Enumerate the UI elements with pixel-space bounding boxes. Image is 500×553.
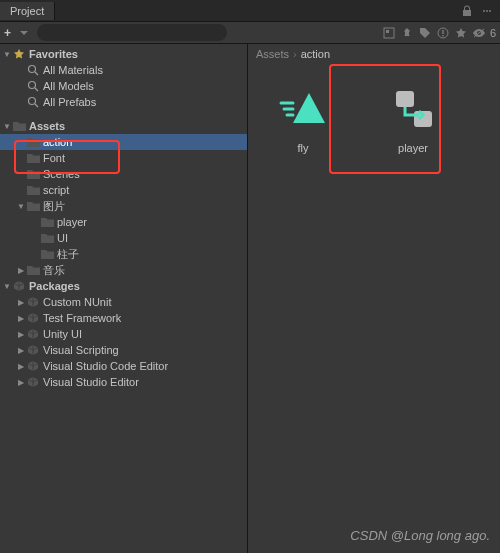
caret-icon[interactable]: ▶: [16, 266, 26, 275]
tree-row-label: Unity UI: [43, 328, 82, 340]
create-button[interactable]: +: [4, 26, 11, 40]
package-icon: [26, 375, 40, 389]
asset-item-label: player: [398, 142, 428, 154]
tree-row-label: All Prefabs: [43, 96, 96, 108]
tree-row[interactable]: player: [0, 214, 247, 230]
tree-row[interactable]: 柱子: [0, 246, 247, 262]
tree-row[interactable]: ▶Custom NUnit: [0, 294, 247, 310]
tree-row[interactable]: ▼Favorites: [0, 46, 247, 62]
tree-row-label: Custom NUnit: [43, 296, 111, 308]
breadcrumb[interactable]: Assets › action: [248, 44, 500, 64]
folder-icon: [26, 167, 40, 181]
asset-item-label: fly: [298, 142, 309, 154]
tree-row[interactable]: ▶Test Framework: [0, 310, 247, 326]
tag-icon[interactable]: [418, 26, 432, 40]
tab-bar: Project: [0, 0, 500, 22]
folder-icon: [26, 183, 40, 197]
asset-content: Assets › action flyplayer: [248, 44, 500, 553]
tree-row-label: Favorites: [29, 48, 78, 60]
tree-row[interactable]: UI: [0, 230, 247, 246]
caret-icon[interactable]: ▶: [16, 362, 26, 371]
package-icon: [26, 311, 40, 325]
svg-line-12: [35, 88, 38, 91]
svg-rect-6: [442, 30, 443, 34]
tree-row[interactable]: ▶Unity UI: [0, 326, 247, 342]
project-tree[interactable]: ▼FavoritesAll MaterialsAll ModelsAll Pre…: [0, 44, 248, 553]
menu-icon[interactable]: [480, 4, 494, 18]
svg-rect-18: [396, 91, 414, 107]
tree-row-label: action: [43, 136, 72, 148]
tree-row[interactable]: ▶Visual Studio Code Editor: [0, 358, 247, 374]
tree-row-label: Assets: [29, 120, 65, 132]
tree-row-label: All Materials: [43, 64, 103, 76]
visibility-icon[interactable]: [472, 26, 486, 40]
tree-row[interactable]: Scenes: [0, 166, 247, 182]
animation-icon: [273, 84, 333, 134]
svg-point-11: [29, 82, 36, 89]
caret-icon[interactable]: ▼: [2, 50, 12, 59]
search-icon: [26, 79, 40, 93]
tree-row-label: Visual Studio Code Editor: [43, 360, 168, 372]
asset-item-fly[interactable]: fly: [258, 84, 348, 154]
folder-icon: [26, 263, 40, 277]
svg-point-0: [483, 10, 485, 12]
star-icon: [12, 47, 26, 61]
svg-rect-7: [442, 35, 443, 36]
svg-point-9: [29, 66, 36, 73]
caret-icon[interactable]: ▶: [16, 298, 26, 307]
tree-row-label: All Models: [43, 80, 94, 92]
pin-icon[interactable]: [400, 26, 414, 40]
package-icon: [26, 359, 40, 373]
lock-icon[interactable]: [460, 4, 474, 18]
package-icon: [12, 279, 26, 293]
search-input[interactable]: [37, 24, 227, 41]
caret-icon[interactable]: ▼: [16, 202, 26, 211]
star-icon[interactable]: [454, 26, 468, 40]
tree-row[interactable]: action: [0, 134, 247, 150]
caret-icon[interactable]: ▶: [16, 346, 26, 355]
tree-row[interactable]: script: [0, 182, 247, 198]
project-tab[interactable]: Project: [0, 2, 55, 20]
asset-grid[interactable]: flyplayer: [248, 64, 500, 553]
tree-row[interactable]: All Models: [0, 78, 247, 94]
tree-row[interactable]: ▼图片: [0, 198, 247, 214]
breadcrumb-current[interactable]: action: [301, 48, 330, 60]
folder-icon: [26, 135, 40, 149]
dropdown-icon[interactable]: [17, 26, 31, 40]
tree-row[interactable]: All Prefabs: [0, 94, 247, 110]
tree-row[interactable]: ▶Visual Scripting: [0, 342, 247, 358]
chevron-right-icon: ›: [293, 48, 297, 60]
tree-row-label: 音乐: [43, 263, 65, 278]
tree-row-label: script: [43, 184, 69, 196]
caret-icon[interactable]: ▼: [2, 282, 12, 291]
folder-icon: [12, 119, 26, 133]
tree-row-label: 图片: [43, 199, 65, 214]
svg-point-2: [489, 10, 491, 12]
caret-icon[interactable]: ▼: [2, 122, 12, 131]
caret-icon[interactable]: ▶: [16, 330, 26, 339]
svg-point-1: [486, 10, 488, 12]
hierarchy-icon[interactable]: [382, 26, 396, 40]
tree-row-label: Visual Scripting: [43, 344, 119, 356]
caret-icon[interactable]: ▶: [16, 378, 26, 387]
folder-icon: [40, 247, 54, 261]
search-icon: [26, 95, 40, 109]
caret-icon[interactable]: ▶: [16, 314, 26, 323]
search-icon: [26, 63, 40, 77]
tree-row[interactable]: ▶Visual Studio Editor: [0, 374, 247, 390]
asset-item-player[interactable]: player: [368, 84, 458, 154]
tree-row-label: Visual Studio Editor: [43, 376, 139, 388]
warning-icon[interactable]: [436, 26, 450, 40]
tree-row-label: Test Framework: [43, 312, 121, 324]
tree-row-label: player: [57, 216, 87, 228]
tree-row[interactable]: ▶音乐: [0, 262, 247, 278]
tree-row[interactable]: ▼Assets: [0, 118, 247, 134]
tree-row[interactable]: Font: [0, 150, 247, 166]
search-field[interactable]: [37, 24, 227, 41]
breadcrumb-root[interactable]: Assets: [256, 48, 289, 60]
svg-rect-4: [386, 30, 389, 33]
folder-icon: [26, 151, 40, 165]
tree-row-label: Font: [43, 152, 65, 164]
tree-row[interactable]: ▼Packages: [0, 278, 247, 294]
tree-row[interactable]: All Materials: [0, 62, 247, 78]
